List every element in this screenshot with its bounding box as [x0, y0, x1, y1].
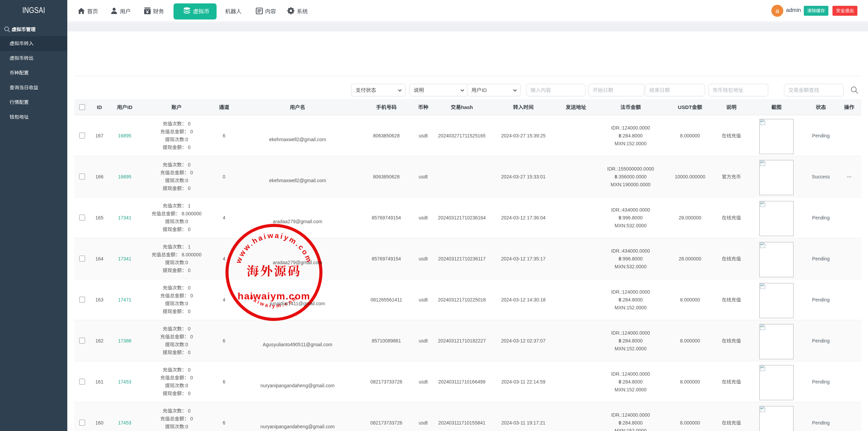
svg-text:￥: ￥ [145, 8, 150, 14]
svg-text:haiwaiym.com: haiwaiym.com [238, 291, 311, 301]
svg-text:海外源码: 海外源码 [247, 261, 301, 279]
